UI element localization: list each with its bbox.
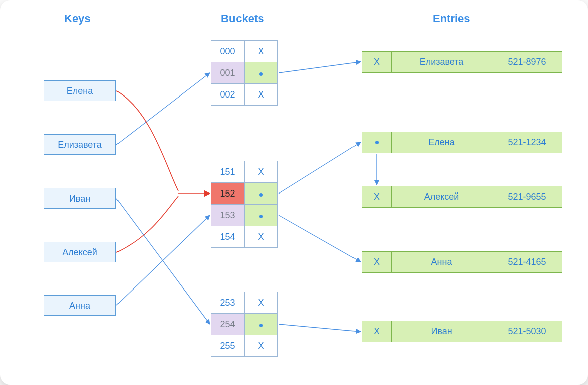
bucket-pointer — [245, 183, 278, 205]
entry-row: X Анна 521-4165 — [362, 251, 562, 273]
bucket-group: 253 X 254 255 X — [211, 292, 278, 357]
bucket-pointer — [245, 62, 278, 84]
entry-next: X — [362, 321, 392, 342]
bucket-index: 002 — [211, 84, 245, 106]
bucket-pointer: X — [245, 292, 278, 314]
entry-phone: 521-8976 — [492, 51, 562, 73]
entry-phone: 521-5030 — [492, 321, 562, 342]
arrow — [279, 142, 361, 194]
bucket-pointer: X — [245, 226, 278, 248]
bucket-group: 151 X 152 153 154 X — [211, 161, 278, 248]
bucket-pointer — [245, 205, 278, 226]
arrow — [279, 215, 361, 262]
bucket-index: 253 — [211, 292, 245, 314]
bucket-index: 000 — [211, 41, 245, 62]
heading-keys: Keys — [64, 12, 91, 25]
heading-entries: Entries — [433, 12, 471, 25]
bucket-pointer: X — [245, 41, 278, 62]
bucket-index: 152 — [211, 183, 245, 205]
key-item: Иван — [44, 188, 116, 209]
arrow — [116, 91, 178, 191]
bucket-group: 000 X 001 002 X — [211, 40, 278, 106]
entry-next: X — [362, 51, 392, 73]
entry-row: X Иван 521-5030 — [362, 321, 562, 342]
arrow — [116, 215, 210, 305]
bucket-index: 001 — [211, 62, 245, 84]
heading-buckets: Buckets — [221, 12, 264, 25]
bucket-pointer: X — [245, 161, 278, 183]
key-item: Алексей — [44, 242, 116, 262]
entry-row: Елена 521-1234 — [362, 132, 562, 153]
hash-table-diagram: Keys Buckets Entries Елена Елизавета Ива… — [0, 0, 588, 385]
arrow — [116, 199, 210, 324]
arrow — [116, 73, 210, 145]
bucket-index: 254 — [211, 314, 245, 335]
entry-phone: 521-4165 — [492, 251, 562, 273]
entry-row: X Алексей 521-9655 — [362, 186, 562, 208]
entry-name: Иван — [392, 321, 492, 342]
entry-row: X Елизавета 521-8976 — [362, 51, 562, 73]
bucket-pointer: X — [245, 335, 278, 357]
bucket-index: 255 — [211, 335, 245, 357]
bucket-index: 151 — [211, 161, 245, 183]
entry-name: Елизавета — [392, 51, 492, 73]
entry-next — [362, 132, 392, 153]
bucket-index: 154 — [211, 226, 245, 248]
key-item: Анна — [44, 295, 116, 316]
bucket-index: 153 — [211, 205, 245, 226]
entry-name: Елена — [392, 132, 492, 153]
entry-next: X — [362, 186, 392, 208]
key-item: Елена — [44, 80, 116, 101]
arrow — [279, 62, 361, 73]
entry-name: Анна — [392, 251, 492, 273]
entry-phone: 521-1234 — [492, 132, 562, 153]
key-item: Елизавета — [44, 134, 116, 155]
arrow — [279, 324, 361, 332]
arrow — [116, 196, 178, 252]
entry-phone: 521-9655 — [492, 186, 562, 208]
bucket-pointer: X — [245, 84, 278, 106]
entry-name: Алексей — [392, 186, 492, 208]
entry-next: X — [362, 251, 392, 273]
bucket-pointer — [245, 314, 278, 335]
